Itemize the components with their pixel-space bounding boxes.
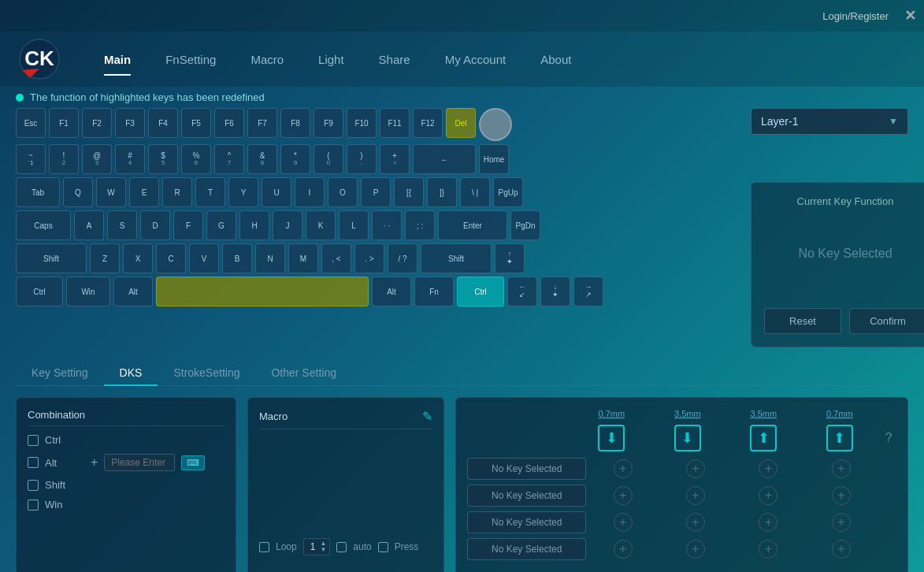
key-l[interactable]: L [339,210,369,240]
key-backtick[interactable]: ~`1 [16,144,46,174]
key-f7[interactable]: F7 [247,108,277,138]
key-alt-left[interactable]: Alt [113,277,153,306]
key-slash[interactable]: / ? [388,243,417,273]
dks-key-btn-3[interactable]: No Key Selected [467,511,586,533]
dks-plus-btn-1-1[interactable]: + [614,459,633,478]
nav-item-myaccount[interactable]: My Account [428,46,524,72]
dks-plus-btn-2-1[interactable]: + [614,486,633,505]
key-b[interactable]: B [222,243,252,273]
dks-arrow-box-down-2[interactable]: ⬇ [674,425,701,451]
key-g[interactable]: G [206,210,236,240]
key-del[interactable]: Del [446,108,476,138]
key-tab[interactable]: Tab [16,177,60,207]
key-f1[interactable]: F1 [49,108,79,138]
dks-arrow-box-down-1[interactable]: ⬇ [598,425,625,451]
combo-shift-checkbox[interactable] [28,480,39,491]
key-k[interactable]: K [306,210,336,240]
key-5[interactable]: %6 [181,144,211,174]
key-q[interactable]: Q [63,177,93,207]
key-u[interactable]: U [262,177,291,207]
key-2[interactable]: @3 [82,144,112,174]
nav-item-about[interactable]: About [523,46,588,72]
key-shift-right[interactable]: Shift [421,243,492,273]
key-alt-right[interactable]: Alt [372,277,411,306]
key-r[interactable]: R [162,177,192,207]
macro-auto-checkbox[interactable] [336,542,347,552]
key-space[interactable] [156,277,369,306]
key-down[interactable]: ↓✦ [540,277,570,306]
dks-plus-btn-3-3[interactable]: + [759,513,777,532]
reset-button[interactable]: Reset [764,308,841,334]
key-d[interactable]: D [140,210,170,240]
macro-arrow-down[interactable]: ▼ [320,547,326,553]
nav-item-main[interactable]: Main [87,46,148,72]
combo-win-checkbox[interactable] [28,500,39,511]
key-pgup[interactable]: PgUp [493,177,523,207]
tab-dks[interactable]: DKS [104,360,158,385]
dks-plus-btn-4-3[interactable]: + [759,540,777,559]
dks-plus-btn-3-2[interactable]: + [686,513,705,532]
dks-plus-btn-2-3[interactable]: + [759,486,777,505]
key-caps[interactable]: Caps [16,210,71,240]
key-home[interactable]: Home [479,144,509,174]
key-semicolon[interactable]: · · [372,210,402,240]
key-up[interactable]: ↑✦ [495,243,525,273]
key-6[interactable]: ^7 [214,144,244,174]
key-rbracket[interactable]: ]} [427,177,457,207]
dks-arrow-box-up-1[interactable]: ⬆ [750,425,777,451]
key-shift-left[interactable]: Shift [16,243,87,273]
key-m[interactable]: M [288,243,318,273]
key-0[interactable]: )- [347,144,377,174]
key-backspace[interactable]: ← [413,144,476,174]
key-f8[interactable]: F8 [280,108,310,138]
key-f3[interactable]: F3 [115,108,145,138]
dks-plus-btn-4-4[interactable]: + [832,540,851,559]
key-c[interactable]: C [156,243,186,273]
key-f5[interactable]: F5 [181,108,211,138]
key-i[interactable]: I [295,177,325,207]
dks-help-icon[interactable]: ? [885,431,892,445]
key-f9[interactable]: F9 [314,108,343,138]
key-fn[interactable]: Fn [414,277,454,306]
tab-stroke-setting[interactable]: StrokeSetting [158,360,255,385]
key-ctrl-left[interactable]: Ctrl [16,277,63,306]
key-h[interactable]: H [239,210,269,240]
macro-press-checkbox[interactable] [378,542,388,552]
dks-plus-btn-4-2[interactable]: + [686,540,705,559]
key-3[interactable]: #4 [115,144,145,174]
key-period[interactable]: . > [354,243,384,273]
macro-loop-checkbox[interactable] [259,542,269,552]
dks-arrow-box-up-2[interactable]: ⬆ [826,425,853,451]
key-s[interactable]: S [107,210,137,240]
please-enter-input[interactable] [104,454,175,471]
key-f4[interactable]: F4 [148,108,178,138]
key-4[interactable]: $5 [148,144,178,174]
key-backslash[interactable]: \ | [460,177,490,207]
layer-dropdown[interactable]: Layer-1 ▼ [751,108,908,135]
dks-key-btn-1[interactable]: No Key Selected [467,458,586,480]
nav-item-share[interactable]: Share [362,46,428,72]
key-f6[interactable]: F6 [214,108,244,138]
nav-item-light[interactable]: Light [301,46,362,72]
dks-plus-btn-1-2[interactable]: + [686,459,705,478]
key-pgdn[interactable]: PgDn [510,210,540,240]
combo-ctrl-checkbox[interactable] [28,435,39,446]
key-f12[interactable]: F12 [413,108,443,138]
key-9[interactable]: (0 [314,144,343,174]
key-x[interactable]: X [123,243,153,273]
key-a[interactable]: A [74,210,104,240]
key-circle[interactable] [479,108,512,141]
key-e[interactable]: E [129,177,159,207]
key-o[interactable]: O [328,177,358,207]
dks-key-btn-2[interactable]: No Key Selected [467,485,586,507]
key-comma[interactable]: , < [321,243,351,273]
key-7[interactable]: &8 [247,144,277,174]
dks-plus-btn-4-1[interactable]: + [614,540,633,559]
key-win[interactable]: Win [66,277,110,306]
dks-plus-btn-3-4[interactable]: + [832,513,851,532]
key-1[interactable]: !2 [49,144,79,174]
key-f[interactable]: F [173,210,203,240]
key-esc[interactable]: Esc [16,108,46,138]
nav-item-fnsetting[interactable]: FnSetting [148,46,233,72]
nav-item-macro[interactable]: Macro [233,46,301,72]
